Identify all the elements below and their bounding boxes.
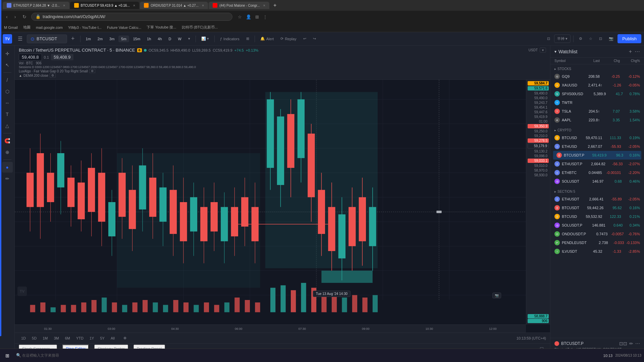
tf-bottom-ytd[interactable]: YTD [74, 335, 86, 341]
bookmark-mail[interactable]: mail.google.com [36, 25, 63, 29]
tf-d[interactable]: D [166, 36, 174, 42]
fullscreen-btn[interactable]: ⊡ [596, 35, 605, 42]
magnet-tool[interactable]: 🧲 [2, 135, 13, 146]
watchlist-item-aapl[interactable]: A AAPL 220.8↑ 3.35 1.54% [554, 116, 640, 124]
tf-bottom-all[interactable]: All [108, 335, 117, 341]
wl-more-btn[interactable]: ⋯ [635, 341, 640, 346]
watchlist-item-solusdtp[interactable]: ◎ SOLUSDT.P 146.881 0.640 0.34% [554, 221, 640, 230]
templates-btn[interactable]: ⊞ [244, 35, 252, 42]
tf-3m[interactable]: 3m [107, 36, 117, 42]
indicator-tool[interactable]: ● [2, 162, 13, 173]
watchlist-item-ilv[interactable]: I ILVUSDT 45.32 -1.33 -2.85% [554, 247, 640, 256]
new-tab-btn[interactable]: + [270, 2, 280, 9]
bookmark-btc[interactable]: 比特币 (BTC)兑新币... [182, 25, 218, 30]
bookmark-gmail[interactable]: M Gmail [4, 25, 18, 29]
tf-w[interactable]: W [175, 36, 184, 42]
section-header-stocks[interactable]: ▸ STOCKS [554, 66, 640, 72]
bookmark-fvc[interactable]: Future Value Calcu... [107, 25, 142, 29]
zoom-tool[interactable]: ⊕ [2, 147, 13, 158]
watchlist-item-spx[interactable]: S SPX500USD 5,389.9 41.7 0.78% [554, 89, 640, 98]
tf-bottom-3m[interactable]: 3M [51, 335, 61, 341]
address-bar[interactable]: 🔒 tradingview.com/chart/Oz0qpNUW/ [31, 13, 232, 21]
watchlist-item-ethusdt[interactable]: Ξ ETHUSDT 2,666.41 -55.89 -2.05% [554, 195, 640, 203]
replay-btn[interactable]: ⟳ Replay [278, 35, 299, 42]
alert-btn[interactable]: 🔔 Alert [258, 35, 277, 42]
chart-svg-area[interactable]: TV Tue 13 Aug '24 14:30 📷 [15, 80, 526, 324]
tab-close-1[interactable]: × [63, 3, 65, 7]
tf-bottom-1d[interactable]: 1D [19, 335, 28, 341]
pattern-tool[interactable]: △ [2, 120, 13, 131]
dema-settings[interactable]: ⚙ [50, 73, 56, 77]
tab-close-2[interactable]: × [133, 3, 135, 7]
watchlist-item-ethusd[interactable]: Ξ ETHUSD 2,667.07 -55.93 -2.05% [554, 142, 640, 151]
tf-bottom-5d[interactable]: 5D [30, 335, 39, 341]
watchlist-item-pendle[interactable]: P PENDLEUSDT 2.738 -0.033 -0.133% [554, 238, 640, 247]
tf-1m[interactable]: 1m [83, 36, 94, 42]
tf-1h[interactable]: 1h [144, 36, 154, 42]
watchlist-item-ethbtc[interactable]: Ξ ETHBTC 0.04485 -0.00101 -2.20% [554, 168, 640, 177]
tf-15m[interactable]: 15m [130, 36, 143, 42]
draw-tool[interactable]: ✏ [2, 173, 13, 184]
tf-bottom-1y[interactable]: 1Y [87, 335, 96, 341]
arrow-tool[interactable]: ↖ [2, 60, 13, 70]
chart-type-btn[interactable]: 📊 ▾ [199, 35, 212, 42]
measure-tool[interactable]: ↔ [2, 98, 13, 108]
line-tool[interactable]: / [2, 75, 13, 85]
watchlist-item-gq9[interactable]: G GQ9 208.58 -0.25 -0.12% [554, 72, 640, 81]
profile-icon[interactable]: 👤 [246, 14, 251, 19]
layout-btn[interactable]: ⊡ [544, 35, 553, 42]
watchlist-item-btcusd[interactable]: ₿ BTCUSD 59,470.11 111.33 0.19% [554, 133, 640, 142]
cursor-tool[interactable]: ✛ [2, 48, 13, 59]
search-taskbar[interactable]: 🔍 在這裡輸入文字來搜尋 [13, 352, 62, 359]
compare-btn[interactable]: ⊕ [121, 335, 129, 341]
currency-btn[interactable]: ▾ [540, 48, 546, 53]
screenshot-btn-chart[interactable]: 📷 [492, 293, 501, 298]
forward-btn[interactable]: › [12, 13, 18, 20]
symbol-search[interactable]: ⊙ BTCUSDT [27, 35, 67, 43]
watchlist-item-btcusdtp[interactable]: ₿ BTCUSDT.P 59,419.9 96.3 0.16% [553, 151, 641, 160]
extensions-icon[interactable]: ⊞ [255, 14, 259, 19]
bookmark-ytmp3[interactable]: YtMp3 - YouTube t... [68, 25, 102, 29]
bookmark-youtube[interactable]: 下單 Youtube 搜... [147, 25, 176, 30]
browser-tab-4[interactable]: (44) Post Malone - Congr... × [209, 2, 269, 9]
tf-bottom-6m[interactable]: 6M [63, 335, 72, 341]
tf-2m[interactable]: 2m [95, 36, 105, 42]
camera-btn[interactable]: 📷 [606, 35, 616, 42]
tf-5m[interactable]: 5m [118, 36, 129, 42]
add-symbol-btn[interactable]: + [68, 34, 77, 44]
hamburger-menu[interactable]: ☰ [15, 34, 25, 44]
menu-icon[interactable]: ⋮ [263, 14, 267, 19]
browser-tab-1[interactable]: ETHUSDT.P 2,664.28 ▼ -2.0... × [3, 2, 69, 9]
watchlist-item-ondousdt[interactable]: O ONDOUSDT.P 0.7473 -0.0057 -0.76% [554, 230, 640, 238]
text-tool[interactable]: T [2, 109, 13, 120]
browser-tab-3[interactable]: ORDIUSDT.P 31.014 ▲ +0.27... × [140, 2, 208, 9]
redo-btn[interactable]: ↪ [310, 35, 319, 42]
wl-layout-btn[interactable]: ⊡⊡ [619, 341, 627, 346]
section-header-crypto[interactable]: ▸ CRYPTO [554, 127, 640, 133]
watchlist-item-twtr[interactable]: T TWTR [554, 98, 640, 107]
tf-bottom-5y[interactable]: 5Y [98, 335, 107, 341]
tab-close-3[interactable]: × [202, 3, 204, 7]
watchlist-item-tsla[interactable]: T TSLA 204.5↑ 7.07 3.58% [554, 107, 640, 116]
half-god-btn[interactable]: 半神 ▾ [554, 35, 571, 43]
luxalgo-settings[interactable]: ⚙ [89, 69, 95, 73]
watchlist-item-xauusd[interactable]: X XAUUSD 2,471.4↑ -1.26 -0.05% [554, 81, 640, 89]
settings-btn[interactable]: ⚙ [576, 35, 585, 42]
watchlist-item-btcusdt[interactable]: ₿ BTCUSDT 59,442.26 95.62 0.16% [554, 203, 640, 212]
wl-edit-btn[interactable]: ✏ [629, 341, 633, 346]
shape-tool[interactable]: ⬡ [2, 86, 13, 97]
indicators-btn[interactable]: ƒ Indicators [217, 36, 242, 42]
back-btn[interactable]: ‹ [4, 13, 10, 20]
publish-btn[interactable]: Publish [618, 34, 641, 43]
undo-btn[interactable]: ↩ [301, 35, 309, 42]
section-header-5[interactable]: ▸ SECTION 5 [554, 188, 640, 195]
start-btn[interactable]: ⊞ [3, 352, 12, 360]
browser-tab-2[interactable]: BTCUSDT.P 59,419.9 ▲ +0.16... × [70, 2, 140, 9]
watchlist-item-btcusd2[interactable]: ₿ BTCUSD 59,532.92 122.33 0.21% [554, 212, 640, 221]
watchlist-menu-btn[interactable]: ⋯ [635, 48, 640, 55]
bookmark-icon[interactable]: ☆ [238, 14, 242, 19]
star-btn[interactable]: ☆ [586, 35, 595, 42]
tf-more[interactable]: ▾ [185, 35, 193, 42]
tab-close-4[interactable]: × [263, 3, 265, 7]
reload-btn[interactable]: ↻ [20, 13, 29, 20]
